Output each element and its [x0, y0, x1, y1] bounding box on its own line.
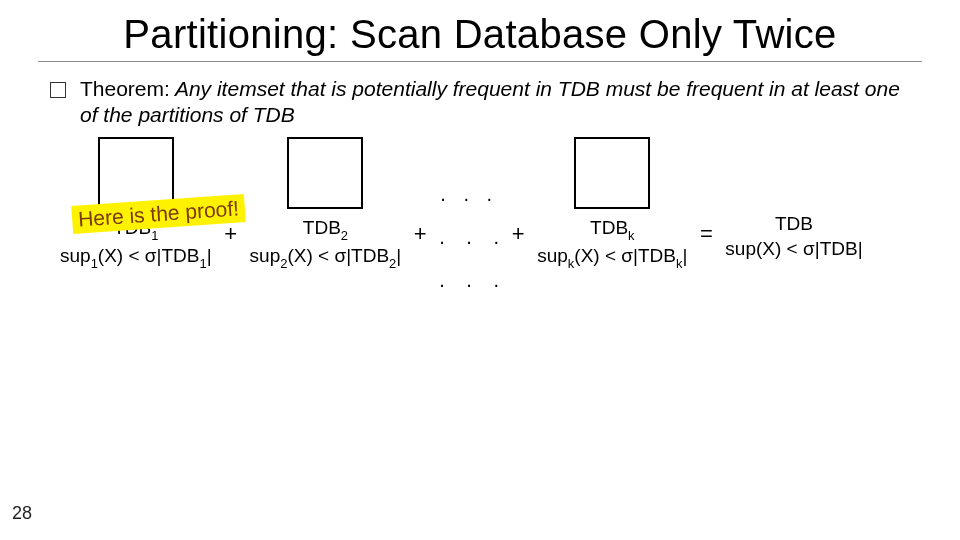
- plus-1: +: [212, 221, 250, 247]
- bullet-icon: [50, 82, 66, 98]
- plus-3: +: [499, 221, 537, 247]
- partition-box-empty: [758, 137, 830, 205]
- partition-caption: TDB sup(X) < σ|TDB|: [725, 211, 862, 262]
- slide-title: Partitioning: Scan Database Only Twice: [60, 12, 900, 57]
- page-number: 28: [12, 503, 32, 524]
- partition-box: [287, 137, 363, 209]
- ellipsis: . . . . . . . . .: [439, 183, 499, 292]
- partition-caption: TDB2 sup2(X) < σ|TDB2|: [250, 215, 402, 271]
- title-rule: [38, 61, 922, 62]
- partition-box: [98, 137, 174, 209]
- theorem-text: Theorem: Any itemset that is potentially…: [80, 76, 910, 129]
- plus-2: +: [401, 221, 439, 247]
- theorem-body: Any itemset that is potentially frequent…: [80, 77, 900, 126]
- partition-box: [574, 137, 650, 209]
- partition-k: TDBk supk(X) < σ|TDBk|: [537, 137, 687, 271]
- partition-2: TDB2 sup2(X) < σ|TDB2|: [250, 137, 402, 271]
- theorem-row: Theorem: Any itemset that is potentially…: [50, 76, 910, 129]
- theorem-lead: Theorem:: [80, 77, 170, 100]
- equals: =: [687, 221, 725, 247]
- partition-sum: TDB sup(X) < σ|TDB|: [725, 137, 862, 262]
- partition-caption: TDBk supk(X) < σ|TDBk|: [537, 215, 687, 271]
